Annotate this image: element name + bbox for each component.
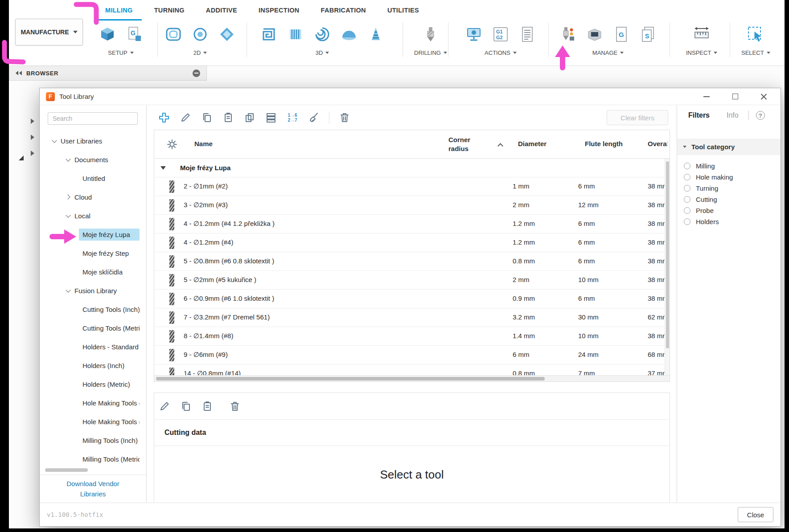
radio-icon[interactable] — [684, 207, 690, 214]
radio-hole-making[interactable]: Hole making — [684, 172, 781, 183]
edit-cutting-data-button[interactable] — [157, 399, 172, 413]
tool-row[interactable]: 3 - ∅2mm (#3)2 mm12 mm38 mm — [154, 196, 670, 215]
tree-item-cloud[interactable]: Cloud — [40, 188, 146, 206]
select-button[interactable] — [744, 22, 767, 46]
browser-panel-header[interactable]: BROWSER — [9, 65, 207, 81]
dialog-titlebar[interactable]: F Tool Library — [40, 88, 781, 105]
tool-row[interactable]: 5 - ∅2mm (#5 kukuřice )2 mm10 mm38 mm — [154, 271, 670, 290]
radio-icon[interactable] — [684, 174, 690, 180]
chevron-down-icon[interactable] — [66, 288, 71, 293]
contour2d-button[interactable] — [189, 22, 211, 46]
tool-row[interactable]: 6 - ∅0.9mm (#6 1.0 sklotextit )0.9 mm6 m… — [154, 290, 670, 308]
pocket2d-button[interactable] — [162, 22, 185, 46]
workspace-selector-button[interactable]: MANUFACTURE — [15, 19, 83, 45]
tab-filters[interactable]: Filters — [688, 111, 710, 119]
tab-milling[interactable]: MILLING — [95, 0, 144, 20]
scallop3d-button[interactable] — [338, 22, 360, 46]
delete-cutting-data-button[interactable] — [228, 399, 242, 413]
group-label-actions[interactable]: ACTIONS — [485, 49, 517, 56]
help-button[interactable]: ? — [756, 111, 765, 120]
tool-row[interactable]: 5 - ∅0.8mm (#6 0.8 sklotextit )0.8 mm6 m… — [154, 252, 670, 271]
tool-row[interactable]: 4 - ∅1.2mm (#4 1.2 překližka )1.2 mm6 mm… — [154, 215, 670, 233]
post-library-button[interactable]: G — [610, 22, 633, 46]
table-vscrollbar[interactable] — [665, 159, 670, 375]
collapse-triangle-icon[interactable] — [160, 166, 166, 170]
new-setup-button[interactable] — [96, 22, 119, 46]
close-window-button[interactable] — [749, 88, 778, 105]
tool-group-row[interactable]: Moje frézy Lupa — [154, 159, 670, 177]
tree-item-holders-metric[interactable]: Holders (Metric) — [40, 375, 146, 393]
tool-category-section-header[interactable]: Tool category — [677, 139, 781, 155]
radio-probe[interactable]: Probe — [684, 205, 781, 216]
tool-row[interactable]: 7 - ∅3.2mm (#7 Dremel 561)3.2 mm30 mm62 … — [154, 308, 670, 327]
radio-icon[interactable] — [684, 218, 690, 225]
clear-filters-button[interactable]: Clear filters — [607, 110, 668, 125]
radio-milling[interactable]: Milling — [684, 160, 781, 172]
post-process-button[interactable]: G1 G2 — [489, 22, 512, 46]
sidebar-hscrollbar-thumb[interactable] — [45, 468, 88, 472]
duplicate-tool-button[interactable] — [242, 110, 257, 125]
tool-row[interactable]: 9 - ∅6mm (#9)6 mm24 mm68 mm — [154, 346, 670, 364]
measure-button[interactable] — [690, 22, 713, 46]
copy-tool-button[interactable] — [200, 110, 214, 125]
group-label-drilling[interactable]: DRILLING — [414, 49, 447, 56]
paste-cutting-data-button[interactable] — [200, 399, 214, 413]
group-label-inspect[interactable]: INSPECT — [686, 49, 717, 56]
search-input[interactable] — [48, 112, 138, 125]
parallel3d-button[interactable] — [284, 22, 307, 46]
tree-item-documents[interactable]: Documents — [40, 150, 146, 169]
chevron-down-icon[interactable] — [52, 139, 57, 143]
maximize-button[interactable] — [721, 88, 749, 105]
tree-item-milling-tools-inch[interactable]: Milling Tools (Inch) — [40, 431, 146, 450]
drilling-button[interactable] — [419, 22, 442, 46]
table-hscrollbar[interactable] — [154, 375, 670, 381]
table-hscrollbar-thumb[interactable] — [156, 377, 545, 381]
radio-icon[interactable] — [684, 185, 690, 192]
sort-ascending-icon[interactable] — [498, 143, 503, 148]
chevron-right-icon[interactable] — [66, 195, 71, 200]
tool-row[interactable]: 8 - ∅1.4mm (#8)1.4 mm10 mm38 mm — [154, 327, 670, 346]
group-label-select[interactable]: SELECT — [741, 49, 770, 56]
renumber-tools-button[interactable]: 1→6 2→7 — [285, 110, 300, 125]
tool-row[interactable]: 14 - ∅0.8mm (#14)0.8 mm7 mm37 mm — [154, 364, 670, 376]
paste-tool-button[interactable] — [221, 110, 235, 125]
column-settings-button[interactable] — [166, 138, 178, 152]
browser-expand-icon[interactable] — [31, 135, 34, 140]
download-vendor-libraries-link[interactable]: Download Vendor Libraries — [40, 475, 146, 503]
chevron-down-icon[interactable] — [66, 213, 71, 218]
column-header-flute-length[interactable]: Flute length — [585, 140, 623, 147]
spiral3d-button[interactable] — [311, 22, 333, 46]
minimize-button[interactable] — [692, 88, 721, 105]
tab-info[interactable]: Info — [727, 111, 739, 119]
tree-item-holders-standard[interactable]: Holders - Standard — [40, 337, 146, 356]
tree-item-cutting-tools-inch[interactable]: Cutting Tools (Inch) — [40, 300, 146, 319]
browser-expand-icon[interactable] — [31, 119, 34, 124]
column-header-overall[interactable]: Overall — [648, 140, 667, 147]
group-label-manage[interactable]: MANAGE — [592, 49, 624, 56]
nc-program-button[interactable]: G — [123, 22, 145, 46]
chamfer2d-button[interactable] — [216, 22, 238, 46]
group-label-2d[interactable]: 2D — [193, 49, 207, 56]
hide-panel-icon[interactable] — [193, 70, 200, 77]
tree-item-hole-making-metric[interactable]: Hole Making Tools (Metric) — [40, 412, 146, 431]
radio-icon[interactable] — [684, 196, 690, 203]
tree-item-holders-inch[interactable]: Holders (Inch) — [40, 356, 146, 375]
merge-libraries-button[interactable] — [264, 110, 278, 125]
tab-turning[interactable]: TURNING — [144, 0, 195, 20]
radio-turning[interactable]: Turning — [684, 183, 781, 194]
group-label-setup[interactable]: SETUP — [108, 49, 133, 56]
tool-row[interactable]: 2 - ∅1mm (#2)1 mm6 mm38 mm — [154, 177, 670, 196]
tree-item-hole-making-inch[interactable]: Hole Making Tools (Inch) — [40, 393, 146, 412]
adaptive3d-button[interactable] — [258, 22, 280, 46]
tree-item-fusion-library[interactable]: Fusion Library — [40, 281, 146, 300]
radio-cutting[interactable]: Cutting — [684, 194, 781, 205]
tab-utilities[interactable]: UTILITIES — [377, 0, 430, 20]
chevron-down-icon[interactable] — [66, 157, 71, 162]
template-library-button[interactable]: S — [637, 22, 659, 46]
tab-fabrication[interactable]: FABRICATION — [310, 0, 377, 20]
tree-item-cutting-tools-metric[interactable]: Cutting Tools (Metric) — [40, 319, 146, 337]
column-header-corner-radius[interactable]: Corner radius — [448, 135, 478, 153]
machine-library-button[interactable] — [584, 22, 606, 46]
table-vscrollbar-thumb[interactable] — [666, 161, 669, 348]
tool-library-button[interactable] — [557, 22, 579, 46]
